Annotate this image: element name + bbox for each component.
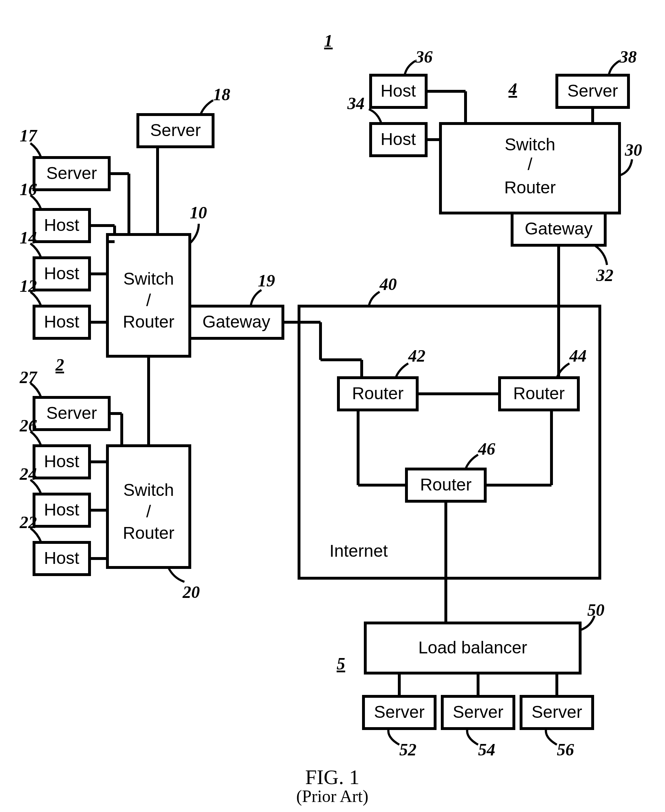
ref-region4: 4 — [508, 80, 517, 98]
router-46-label: Router — [420, 475, 472, 494]
server-18-label: Server — [150, 121, 201, 140]
ref-26: 26 — [19, 416, 37, 435]
server-38-label: Server — [567, 81, 618, 100]
ref-52: 52 — [399, 740, 416, 759]
switch-router-10-l3: Router — [123, 312, 174, 331]
switch-router-20-l1: Switch — [123, 480, 174, 499]
server-54-label: Server — [453, 702, 503, 722]
switch-router-30-l2: / — [527, 155, 532, 174]
ref-36: 36 — [415, 47, 432, 66]
ref-10: 10 — [190, 203, 207, 222]
ref-42: 42 — [408, 346, 426, 365]
ref-38: 38 — [619, 47, 637, 66]
ref-34: 34 — [347, 94, 365, 113]
ref-56: 56 — [557, 740, 574, 759]
host-22-label: Host — [44, 548, 80, 568]
figure-subtitle: (Prior Art) — [296, 787, 368, 806]
router-44-label: Router — [513, 384, 565, 403]
ref-22: 22 — [19, 513, 37, 532]
ref-24: 24 — [19, 464, 37, 483]
server-56-label: Server — [531, 702, 582, 722]
host-16-label: Host — [44, 216, 80, 234]
switch-router-10-l2: / — [146, 291, 151, 310]
ref-44: 44 — [569, 346, 586, 365]
ref-40: 40 — [379, 275, 397, 293]
host-34-label: Host — [381, 129, 416, 149]
switch-router-20-l3: Router — [123, 524, 174, 542]
ref-32: 32 — [596, 266, 613, 285]
internet-label: Internet — [329, 541, 388, 560]
switch-router-20-l2: / — [146, 502, 151, 521]
ref-overall: 1 — [324, 31, 332, 50]
server-17-label: Server — [46, 164, 97, 183]
ref-region5: 5 — [337, 654, 345, 673]
router-42-label: Router — [352, 384, 404, 403]
ref-20: 20 — [182, 583, 200, 601]
ref-12: 12 — [20, 277, 37, 295]
ref-27: 27 — [19, 368, 38, 387]
server-27-label: Server — [46, 403, 97, 422]
network-diagram: 1 Switch / Router 30 Gateway 32 Host 34 … — [0, 0, 665, 812]
ref-50: 50 — [587, 601, 604, 619]
host-14-label: Host — [44, 264, 80, 283]
ref-46: 46 — [478, 439, 495, 458]
host-24-label: Host — [44, 500, 80, 519]
ref-17: 17 — [20, 126, 38, 145]
ref-19: 19 — [258, 271, 275, 290]
figure-title: FIG. 1 — [305, 765, 359, 789]
gateway-32-label: Gateway — [525, 219, 592, 238]
load-balancer-label: Load balancer — [418, 638, 527, 657]
ref-region2: 2 — [55, 355, 64, 374]
switch-router-30-l1: Switch — [504, 135, 555, 154]
ref-54: 54 — [478, 740, 495, 759]
server-52-label: Server — [374, 702, 424, 722]
ref-16: 16 — [20, 180, 37, 199]
ref-18: 18 — [213, 85, 230, 104]
switch-router-10-l1: Switch — [123, 269, 174, 288]
host-12-label: Host — [44, 312, 80, 331]
ref-14: 14 — [20, 228, 37, 247]
ref-30: 30 — [624, 140, 642, 159]
internet-box — [299, 306, 600, 578]
host-36-label: Host — [381, 81, 416, 100]
host-26-label: Host — [44, 452, 80, 471]
switch-router-30-l3: Router — [504, 178, 556, 197]
gateway-19-label: Gateway — [202, 312, 270, 331]
